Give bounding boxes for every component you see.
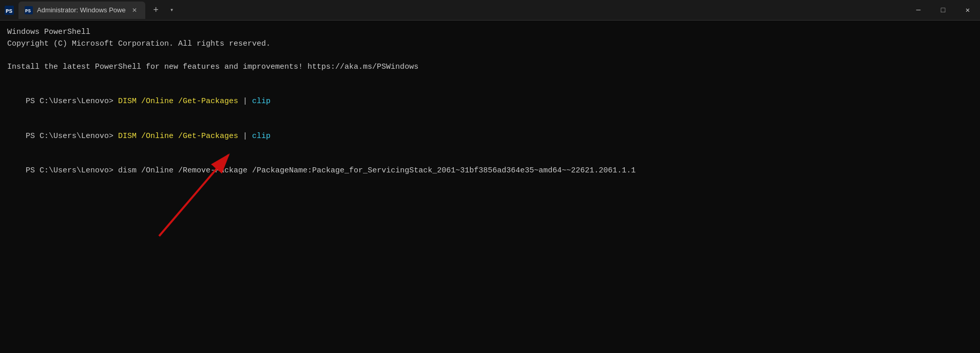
terminal-line-5 [7, 73, 973, 85]
terminal-line-4: Install the latest PowerShell for new fe… [7, 62, 973, 73]
app-icon: PS [4, 5, 14, 15]
tab-label: Administrator: Windows Powe [37, 6, 126, 14]
cmd2-cyan: clip [252, 132, 271, 141]
tab-dropdown-button[interactable]: ▾ [165, 2, 179, 19]
cmd3: dism /Online /Remove-Package /PackageNam… [118, 166, 636, 175]
terminal-line-1: Windows PowerShell [7, 27, 973, 38]
tab-ps-icon: PS [25, 6, 33, 14]
tab-area: PS Administrator: Windows Powe ✕ + ▾ [18, 0, 906, 20]
close-button[interactable]: ✕ [955, 0, 980, 21]
svg-text:PS: PS [25, 9, 31, 14]
tab-close-button[interactable]: ✕ [130, 6, 139, 15]
tab-powershell[interactable]: PS Administrator: Windows Powe ✕ [18, 2, 145, 19]
cmd1-pipe: | [238, 97, 252, 106]
cmd1-yellow: DISM /Online /Get-Packages [118, 97, 238, 106]
minimize-button[interactable]: ─ [906, 0, 931, 21]
svg-text:PS: PS [6, 8, 13, 14]
terminal-line-3 [7, 50, 973, 62]
cmd2-yellow: DISM /Online /Get-Packages [118, 132, 238, 141]
terminal-cmd-line-1: PS C:\Users\Lenovo> DISM /Online /Get-Pa… [7, 85, 973, 120]
terminal-cmd-line-3: PS C:\Users\Lenovo> dism /Online /Remove… [7, 154, 973, 189]
new-tab-button[interactable]: + [147, 2, 165, 19]
terminal-area[interactable]: Windows PowerShell Copyright (C) Microso… [0, 21, 980, 353]
maximize-button[interactable]: □ [931, 0, 955, 21]
terminal-line-2: Copyright (C) Microsoft Corporation. All… [7, 38, 973, 50]
terminal-cmd-line-2: PS C:\Users\Lenovo> DISM /Online /Get-Pa… [7, 119, 973, 154]
titlebar: PS PS Administrator: Windows Powe ✕ + ▾ … [0, 0, 980, 21]
window-controls: ─ □ ✕ [906, 0, 980, 21]
prompt-1: PS C:\Users\Lenovo> [26, 97, 118, 106]
cmd1-cyan: clip [252, 97, 271, 106]
prompt-3: PS C:\Users\Lenovo> [26, 166, 118, 175]
cmd2-pipe: | [238, 132, 252, 141]
prompt-2: PS C:\Users\Lenovo> [26, 132, 118, 141]
